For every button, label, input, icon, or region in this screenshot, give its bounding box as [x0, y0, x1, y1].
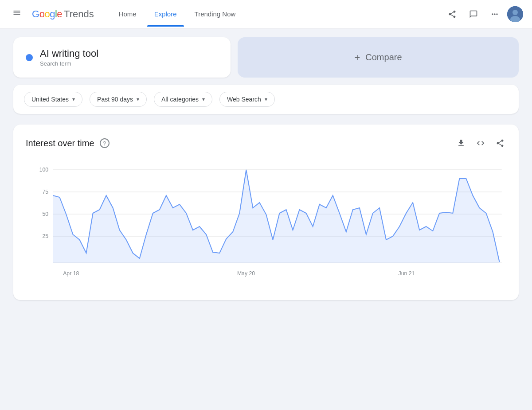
logo-trends-text: Trends: [64, 8, 94, 20]
region-label: United States: [31, 96, 69, 103]
chart-title: Interest over time: [26, 138, 94, 148]
trend-area: [53, 170, 499, 263]
apps-button[interactable]: [486, 5, 504, 23]
region-filter[interactable]: United States ▾: [24, 92, 82, 107]
time-label: Past 90 days: [97, 96, 133, 103]
nav-trending-now[interactable]: Trending Now: [188, 1, 243, 27]
avatar-image: [507, 6, 523, 22]
feedback-button[interactable]: [465, 5, 482, 23]
chart-card: Interest over time ?: [13, 125, 519, 300]
svg-text:50: 50: [42, 211, 48, 217]
line-chart: 100 75 50 25 Apr 18 May 20 Jun 21: [26, 156, 506, 289]
search-box: AI writing tool Search term: [13, 37, 231, 78]
chart-actions: [455, 137, 506, 149]
svg-point-1: [512, 10, 518, 15]
chart-container: 100 75 50 25 Apr 18 May 20 Jun 21: [26, 156, 506, 291]
logo-google-text: Google: [32, 8, 62, 20]
category-filter[interactable]: All categories ▾: [154, 92, 212, 107]
avatar[interactable]: [507, 6, 523, 22]
search-text-area: AI writing tool Search term: [40, 48, 98, 67]
svg-text:75: 75: [42, 189, 48, 195]
main-nav: Home Explore Trending Now: [112, 1, 243, 27]
category-label: All categories: [161, 96, 199, 103]
menu-icon[interactable]: [9, 5, 25, 23]
logo: Google Trends: [32, 8, 94, 20]
header-left: Google Trends: [9, 5, 94, 23]
compare-label: Compare: [365, 52, 402, 62]
category-chevron: ▾: [202, 96, 205, 102]
compare-plus-icon: +: [354, 52, 360, 63]
compare-box[interactable]: + Compare: [238, 37, 519, 78]
search-term: AI writing tool: [40, 48, 98, 59]
nav-explore[interactable]: Explore: [147, 1, 184, 27]
help-label: ?: [103, 140, 106, 147]
time-chevron: ▾: [137, 96, 139, 102]
search-type-filter[interactable]: Web Search ▾: [219, 92, 275, 107]
download-button[interactable]: [455, 137, 467, 149]
share-chart-button[interactable]: [494, 137, 506, 149]
help-icon[interactable]: ?: [100, 138, 110, 148]
main-content: AI writing tool Search term + Compare Un…: [0, 28, 532, 309]
svg-text:25: 25: [42, 233, 48, 239]
header: Google Trends Home Explore Trending Now: [0, 0, 532, 28]
svg-text:Apr 18: Apr 18: [63, 270, 79, 277]
region-chevron: ▾: [72, 96, 75, 102]
search-term-label: Search term: [40, 60, 98, 67]
search-area: AI writing tool Search term + Compare: [13, 37, 519, 78]
time-filter[interactable]: Past 90 days ▾: [90, 92, 147, 107]
filter-bar: United States ▾ Past 90 days ▾ All categ…: [13, 85, 519, 114]
svg-text:May 20: May 20: [237, 270, 255, 277]
chart-header: Interest over time ?: [26, 137, 506, 149]
embed-button[interactable]: [474, 137, 487, 149]
share-button[interactable]: [443, 5, 461, 23]
nav-home[interactable]: Home: [112, 1, 144, 27]
svg-text:Jun 21: Jun 21: [399, 270, 415, 277]
search-type-label: Web Search: [227, 96, 261, 103]
header-right: [443, 5, 523, 23]
search-type-chevron: ▾: [265, 96, 267, 102]
search-dot-indicator: [26, 54, 33, 61]
svg-text:100: 100: [39, 167, 49, 173]
chart-title-area: Interest over time ?: [26, 138, 110, 148]
